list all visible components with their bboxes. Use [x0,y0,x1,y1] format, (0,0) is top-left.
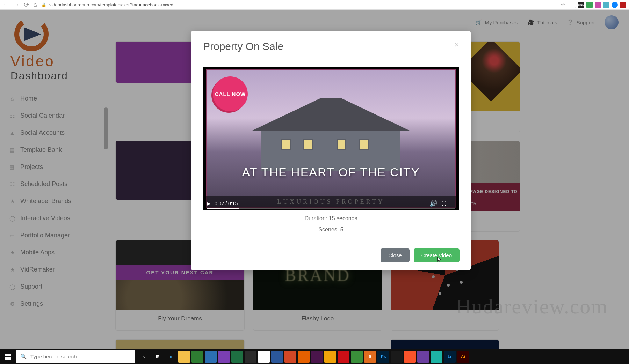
svg-rect-2 [5,354,8,356]
ext-icon[interactable] [595,2,601,8]
chrome-icon[interactable] [258,351,270,363]
back-icon[interactable]: ← [3,1,9,8]
excel-like-icon[interactable] [191,351,203,363]
cortana-icon[interactable]: ○ [138,351,150,363]
firefox-icon[interactable] [298,351,310,363]
ext-icon[interactable] [570,2,576,8]
watermark: Hudareview.com [456,295,608,319]
lock-icon: 🔒 [41,2,46,7]
video-time: 0:02 / 0:15 [215,201,238,206]
ext-icon[interactable] [603,2,609,8]
slack-icon[interactable] [311,351,323,363]
url-text: videodashboardhub.com/templatepicker?tag… [49,2,173,7]
home-browser-icon[interactable]: ⌂ [33,1,37,8]
ext-icon[interactable] [612,2,618,8]
bookmark-icon[interactable]: ☆ [561,1,565,8]
search-placeholder: Type here to search [30,354,77,359]
address-bar[interactable]: 🔒 videodashboardhub.com/templatepicker?t… [41,2,556,7]
teal-icon[interactable] [431,351,442,363]
ext-icon[interactable] [620,2,626,8]
photoshop-icon[interactable]: Ps [377,351,389,363]
calc-icon[interactable] [245,351,256,363]
create-video-button[interactable]: Create Video [414,248,460,262]
ext-dnd-icon[interactable]: DND [578,2,584,8]
brave-icon[interactable] [404,351,416,363]
svg-rect-5 [8,357,11,360]
play-icon[interactable]: ▶ [207,201,210,206]
template-duration: Duration: 15 seconds [203,210,459,223]
volume-icon[interactable]: 🔊 [429,200,437,207]
opera-icon[interactable] [338,351,349,363]
dark-icon[interactable] [391,351,403,363]
browser-chrome: ← → ⟳ ⌂ 🔒 videodashboardhub.com/template… [0,0,629,10]
modal-title: Property On Sale [203,40,283,52]
purple-icon[interactable] [417,351,429,363]
close-button[interactable]: Close [381,248,409,262]
camtasia-icon[interactable] [351,351,363,363]
excel-icon[interactable] [231,351,243,363]
onenote-icon[interactable] [218,351,230,363]
call-now-badge: CALL NOW [213,76,248,111]
video-preview[interactable]: CALL NOW AT THE HEART OF THE CITY LUXURI… [203,67,459,210]
close-icon[interactable]: × [454,40,459,52]
template-scenes: Scenes: 5 [203,223,459,234]
forward-icon[interactable]: → [13,1,20,8]
taskview-icon[interactable]: ⊞ [152,351,164,363]
globe-icon[interactable] [205,351,217,363]
lightroom-icon[interactable]: Lr [444,351,456,363]
modal-template-preview: Property On Sale × CALL NOW AT THE HEART… [191,31,471,270]
taskbar-search[interactable]: 🔍 Type here to search [16,350,135,363]
windows-start-icon[interactable] [0,349,16,364]
taskbar: 🔍 Type here to search ○⊞eSPsLrAi [0,349,629,364]
explorer-icon[interactable] [178,351,190,363]
fullscreen-icon[interactable]: ⛶ [441,201,446,206]
reload-icon[interactable]: ⟳ [24,1,29,9]
edge-icon[interactable]: e [165,351,177,363]
svg-rect-3 [8,354,11,356]
illustrator-icon[interactable]: Ai [457,351,469,363]
powerpoint-icon[interactable] [284,351,296,363]
cursor-icon [436,257,443,263]
extensions: DND [570,2,626,8]
video-progress[interactable] [207,208,455,209]
svg-rect-4 [5,357,8,360]
search-icon: 🔍 [20,354,27,360]
sublime-icon[interactable]: S [364,351,376,363]
app-window: Video Dashboard ⌂Home☷Social Calendar▲So… [0,10,629,364]
more-icon[interactable]: ⋮ [450,201,455,206]
video-headline: AT THE HEART OF THE CITY [203,165,459,179]
ext-icon[interactable] [586,2,593,8]
zip-icon[interactable] [324,351,336,363]
word-icon[interactable] [271,351,283,363]
